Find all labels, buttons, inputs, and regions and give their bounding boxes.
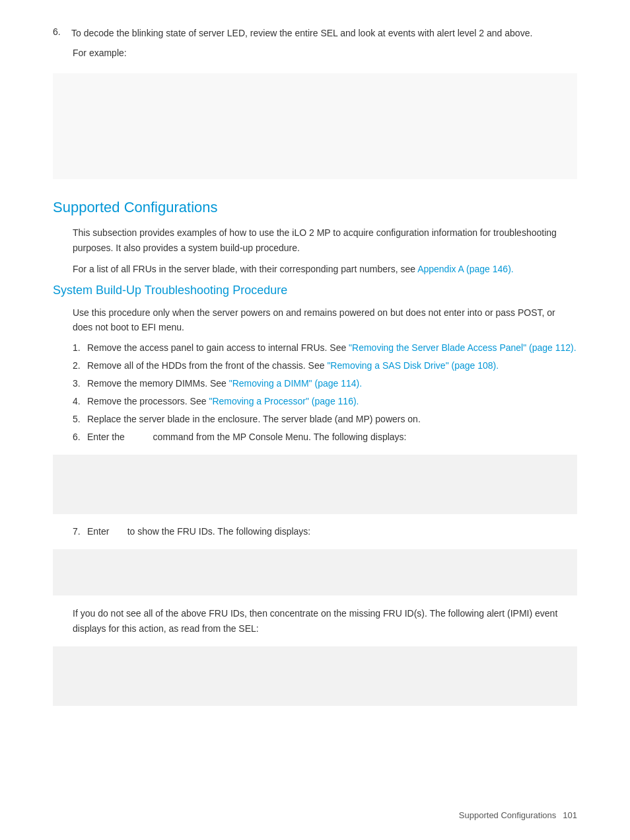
step-2-link[interactable]: "Removing a SAS Disk Drive" (page 108).: [327, 360, 499, 371]
step-6-num: 6.: [73, 430, 87, 444]
step-2-num: 2.: [73, 359, 87, 373]
step-4-prefix: Remove the processors. See: [87, 396, 209, 406]
step-3-text: Remove the memory DIMMs. See "Removing a…: [87, 377, 577, 391]
step-4-link[interactable]: "Removing a Processor" (page 116).: [209, 396, 359, 406]
step-4: 4. Remove the processors. See "Removing …: [73, 395, 577, 408]
intro-item-6-text: To decode the blinking state of server L…: [71, 26, 577, 40]
step-5: 5. Replace the server blade in the enclo…: [73, 412, 577, 426]
step-3-prefix: Remove the memory DIMMs. See: [87, 378, 229, 389]
supported-configs-para2: For a list of all FRUs in the server bla…: [53, 262, 577, 276]
step-7-note: If you do not see all of the above FRU I…: [53, 606, 577, 636]
step-3-num: 3.: [73, 377, 87, 391]
example-image-placeholder: [53, 73, 577, 179]
step-1-num: 1.: [73, 341, 87, 355]
final-code-output: [53, 646, 577, 706]
system-buildup-heading: System Build-Up Troubleshooting Procedur…: [53, 284, 577, 297]
page-footer: Supported Configurations 101: [459, 810, 577, 820]
footer-section: Supported Configurations: [459, 810, 556, 820]
step-6-text: Enter the command from the MP Console Me…: [87, 430, 577, 444]
step-3-link[interactable]: "Removing a DIMM" (page 114).: [229, 378, 362, 389]
para2-prefix: For a list of all FRUs in the server bla…: [73, 264, 417, 274]
step-1-prefix: Remove the access panel to gain access t…: [87, 342, 349, 353]
appendix-a-link[interactable]: Appendix A (page 146).: [417, 264, 514, 274]
step-7-code-output: [53, 549, 577, 595]
step-1: 1. Remove the access panel to gain acces…: [73, 341, 577, 355]
intro-section: 6. To decode the blinking state of serve…: [53, 26, 577, 179]
supported-configs-heading: Supported Configurations: [53, 199, 577, 216]
step-2-prefix: Remove all of the HDDs from the front of…: [87, 360, 327, 371]
page: 6. To decode the blinking state of serve…: [0, 0, 630, 840]
step-5-text: Replace the server blade in the enclosur…: [87, 412, 577, 426]
step-7-num: 7.: [73, 525, 87, 539]
step-1-link[interactable]: "Removing the Server Blade Access Panel"…: [349, 342, 577, 353]
buildup-steps: 1. Remove the access panel to gain acces…: [53, 341, 577, 444]
step-7-container: 7. Enter to show the FRU IDs. The follow…: [53, 525, 577, 539]
step-3: 3. Remove the memory DIMMs. See "Removin…: [73, 377, 577, 391]
system-buildup-intro: Use this procedure only when the server …: [53, 305, 577, 335]
step-2: 2. Remove all of the HDDs from the front…: [73, 359, 577, 373]
footer-page-number: 101: [563, 810, 577, 820]
step-6: 6. Enter the command from the MP Console…: [73, 430, 577, 444]
intro-item-6-num: 6.: [53, 26, 71, 40]
step-6-code-output: [53, 455, 577, 514]
supported-configs-para1: This subsection provides examples of how…: [53, 225, 577, 255]
footer-text: Supported Configurations 101: [459, 810, 577, 820]
step-4-text: Remove the processors. See "Removing a P…: [87, 395, 577, 408]
step-1-text: Remove the access panel to gain access t…: [87, 341, 577, 355]
for-example-label: For example:: [53, 46, 577, 60]
step-5-num: 5.: [73, 412, 87, 426]
step-2-text: Remove all of the HDDs from the front of…: [87, 359, 577, 373]
step-7: 7. Enter to show the FRU IDs. The follow…: [73, 525, 577, 539]
intro-item-6: 6. To decode the blinking state of serve…: [53, 26, 577, 40]
step-4-num: 4.: [73, 395, 87, 408]
step-7-text: Enter to show the FRU IDs. The following…: [87, 525, 577, 539]
